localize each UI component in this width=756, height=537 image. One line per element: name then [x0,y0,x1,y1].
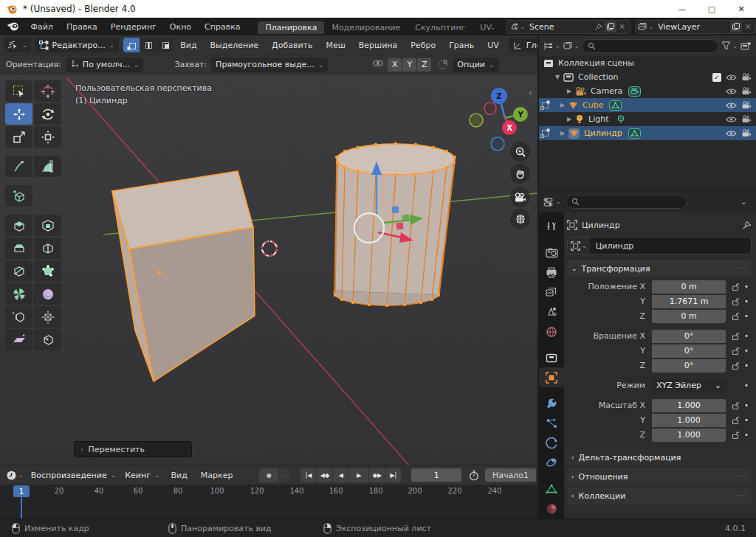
pin-id-icon[interactable] [742,221,752,230]
orientation-value-dropdown[interactable]: По умолч... ⌄ [66,58,144,72]
workspace-tab-uv[interactable]: UV- [472,21,501,34]
panel-grip[interactable]: ···· [736,492,747,499]
menu-edit[interactable]: Правка [60,22,104,32]
playhead[interactable]: 1 [13,485,30,497]
gizmo-z-positive[interactable]: Z [491,88,507,104]
scale-z-field[interactable]: 1.000 [652,429,726,442]
close-button[interactable]: ✕ [726,0,756,18]
mirror-y-button[interactable]: Y [402,58,416,72]
previous-keyframe-button[interactable]: ◀◆ [317,468,332,482]
menu-add[interactable]: Добавить [265,41,319,50]
menu-mesh[interactable]: Меш [319,41,351,50]
gizmo-x-negative[interactable] [484,103,496,114]
tool-scale[interactable] [5,126,32,148]
collection-row[interactable]: ▼ Collection ✓ [539,70,756,84]
menu-select[interactable]: Выделение [204,41,266,50]
animate-dot[interactable]: • [741,297,752,306]
play-button[interactable]: ▶ [349,468,368,482]
new-viewlayer-icon[interactable] [730,21,742,32]
tab-object[interactable] [539,367,564,387]
pin-icon[interactable] [593,21,605,32]
timeline-view-menu[interactable]: Вид [164,471,193,480]
workspace-tab-layout[interactable]: Планировка [258,21,324,34]
animate-dot[interactable]: • [741,331,752,341]
animate-dot[interactable]: • [741,311,752,321]
hide-eye-icon[interactable] [726,74,737,81]
stopwatch-icon[interactable] [469,470,479,481]
scale-y-field[interactable]: 1.000 [652,414,726,427]
tool-bevel[interactable] [5,238,32,259]
maximize-button[interactable]: ▢ [697,0,726,18]
location-y-field[interactable]: 1.7671 m [652,295,726,308]
viewlayer-dropdown-caret[interactable]: ⌄ [649,24,654,30]
viewlayer-name[interactable]: ViewLayer [653,22,730,32]
animate-dot[interactable]: • [741,361,752,370]
location-z-field[interactable]: 0 m [652,310,726,323]
cylinder-object[interactable] [334,142,456,307]
render-visibility-icon[interactable] [741,73,752,81]
current-frame-field[interactable]: 1 [411,468,461,482]
camera-row[interactable]: ▶ Camera [539,84,756,98]
new-collection-button[interactable] [740,41,752,51]
render-visibility-icon[interactable] [741,115,752,123]
scale-x-field[interactable]: 1.000 [652,399,726,412]
toggle-projection-button[interactable] [510,209,530,229]
animate-dot[interactable]: • [741,282,752,291]
tool-knife[interactable] [5,260,32,282]
tool-shear[interactable] [5,329,32,350]
lock-icon[interactable] [729,431,741,440]
panel-grip[interactable]: ···· [736,265,747,272]
animate-dot[interactable]: • [741,381,752,390]
menu-view[interactable]: Вид [173,41,203,50]
tab-collection[interactable] [539,348,564,368]
lock-icon[interactable] [729,416,741,425]
gizmo-y-positive[interactable]: Y [513,107,528,122]
mesh-data-badge[interactable] [628,128,641,139]
tool-rotate[interactable] [34,103,61,125]
mirror-icon[interactable] [372,60,384,70]
gizmo-y-negative[interactable] [470,114,483,127]
animate-dot[interactable]: • [741,430,752,440]
tool-move[interactable] [5,103,32,125]
new-scene-icon[interactable] [605,21,616,32]
collections-panel[interactable]: › Коллекции ···· [567,488,752,504]
properties-options-caret[interactable]: ⌄ [740,197,747,207]
select-mode-edge-button[interactable] [140,38,157,52]
tool-loop-cut[interactable] [34,238,61,259]
tab-tool[interactable] [539,217,564,237]
unlink-scene-icon[interactable]: ✕ [616,21,628,32]
tool-rip-region[interactable] [34,329,61,350]
tool-select-box[interactable] [5,80,32,102]
timeline-ruler[interactable]: 20 40 60 80 100 120 140 160 180 200 220 … [0,485,537,519]
tab-modifiers[interactable] [539,394,564,414]
light-row[interactable]: ▶ Light [539,112,756,126]
menu-edge[interactable]: Ребро [404,41,442,50]
options-dropdown[interactable]: Опции ⌄ [453,58,498,72]
scene-dropdown-caret[interactable]: ⌄ [520,24,525,30]
jump-to-end-button[interactable]: ▶| [385,468,401,482]
light-expand-icon[interactable]: ▶ [566,116,573,122]
playback-menu[interactable]: Воспроизведение⌄ [27,468,121,482]
render-visibility-icon[interactable] [741,129,752,137]
collection-expand-icon[interactable]: ▼ [554,74,561,80]
animate-dot[interactable]: • [741,415,752,425]
timeline-marker-menu[interactable]: Маркер [194,471,240,480]
outliner-search-input[interactable] [582,39,718,53]
tool-transform[interactable] [34,126,61,148]
gizmo-x-positive[interactable]: X [502,120,517,135]
light-data-badge[interactable] [614,114,627,125]
scene-collection-row[interactable]: Коллекция сцены [539,56,756,70]
sidebar-collapse-arrow[interactable]: ‹ [529,88,532,98]
hide-eye-icon[interactable] [726,88,737,95]
object-name-field[interactable]: ⌄ Цилиндр [567,237,752,254]
outliner-filter-button[interactable]: ⌄ [721,41,738,50]
tool-shrink-fatten[interactable] [34,306,61,328]
workspace-tab-sculpting[interactable]: Скульптинг [408,21,472,34]
mirror-x-button[interactable]: X [388,58,402,72]
lock-icon[interactable] [729,401,741,410]
proportional-editing-icon[interactable] [437,59,448,70]
menu-window[interactable]: Окно [163,22,198,32]
lock-icon[interactable] [729,332,741,341]
menu-vertex[interactable]: Вершина [352,41,404,50]
cylinder-expand-icon[interactable]: ▶ [559,130,566,136]
